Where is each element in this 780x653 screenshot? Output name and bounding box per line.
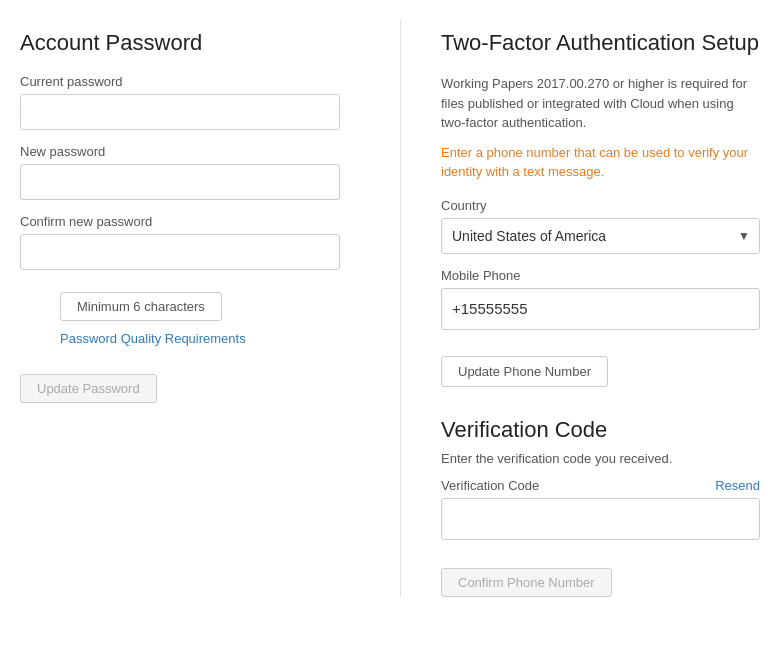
country-group: Country United States of America Canada … xyxy=(441,198,760,254)
update-password-container: Update Password xyxy=(20,362,360,403)
mobile-phone-label: Mobile Phone xyxy=(441,268,760,283)
resend-link[interactable]: Resend xyxy=(715,478,760,493)
verification-code-label: Verification Code xyxy=(441,478,539,493)
verification-section: Verification Code Enter the verification… xyxy=(441,417,760,598)
update-password-button: Update Password xyxy=(20,374,157,403)
quality-requirements-container: Password Quality Requirements xyxy=(60,331,360,346)
min-chars-container: Minimum 6 characters xyxy=(60,284,360,321)
new-password-label: New password xyxy=(20,144,360,159)
vertical-divider xyxy=(400,20,401,597)
verification-label-row: Verification Code Resend xyxy=(441,478,760,493)
current-password-input[interactable] xyxy=(20,94,340,130)
confirm-phone-container: Confirm Phone Number xyxy=(441,556,760,597)
right-panel: Two-Factor Authentication Setup Working … xyxy=(441,20,760,597)
password-quality-link[interactable]: Password Quality Requirements xyxy=(60,331,360,346)
confirm-password-group: Confirm new password xyxy=(20,214,360,270)
mobile-phone-group: Mobile Phone xyxy=(441,268,760,330)
two-factor-info: Working Papers 2017.00.270 or higher is … xyxy=(441,74,760,133)
country-select[interactable]: United States of America Canada United K… xyxy=(441,218,760,254)
confirm-password-label: Confirm new password xyxy=(20,214,360,229)
mobile-phone-input[interactable] xyxy=(441,288,760,330)
new-password-group: New password xyxy=(20,144,360,200)
two-factor-info-orange: Enter a phone number that can be used to… xyxy=(441,143,760,182)
confirm-password-input[interactable] xyxy=(20,234,340,270)
current-password-group: Current password xyxy=(20,74,360,130)
new-password-input[interactable] xyxy=(20,164,340,200)
country-label: Country xyxy=(441,198,760,213)
two-factor-title: Two-Factor Authentication Setup xyxy=(441,30,760,56)
left-panel: Account Password Current password New pa… xyxy=(20,20,360,597)
current-password-label: Current password xyxy=(20,74,360,89)
page-container: Account Password Current password New pa… xyxy=(0,0,780,617)
confirm-phone-button: Confirm Phone Number xyxy=(441,568,612,597)
account-password-title: Account Password xyxy=(20,30,360,56)
verification-code-input[interactable] xyxy=(441,498,760,540)
verification-title: Verification Code xyxy=(441,417,760,443)
verification-description: Enter the verification code you received… xyxy=(441,449,760,469)
country-select-wrapper: United States of America Canada United K… xyxy=(441,218,760,254)
min-chars-button[interactable]: Minimum 6 characters xyxy=(60,292,222,321)
update-phone-button[interactable]: Update Phone Number xyxy=(441,356,608,387)
